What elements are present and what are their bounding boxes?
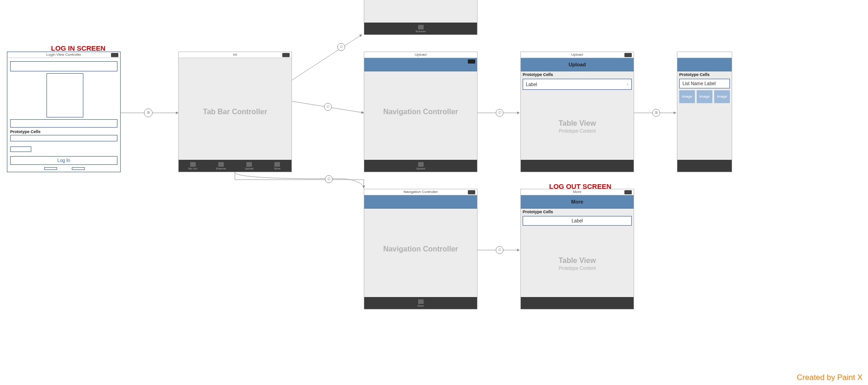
svg-text:⊞: ⊞	[655, 111, 658, 115]
storyboard-canvas[interactable]: ⊞ ∅ ∅ ∅ ∅ ⊞ ∅ LOG IN SCREEN LOG OUT SCRE…	[0, 0, 868, 385]
tab-bar	[521, 297, 634, 309]
tab-label: Scanner	[415, 30, 425, 33]
image-chip: Image	[679, 90, 695, 103]
scene-tabbar[interactable]: int Tab Bar Controller My List Scanner U…	[178, 52, 292, 172]
scene-title	[677, 52, 732, 58]
table-cell[interactable]: List Name Label	[679, 79, 730, 88]
upload-icon	[418, 162, 424, 167]
nav-bar: Upload	[521, 58, 634, 71]
controller-label: Table View Prototype Content	[521, 257, 634, 271]
controller-label: Navigation Controller	[364, 245, 477, 253]
chevron-right-icon: ›	[627, 81, 629, 88]
tab-item[interactable]: More	[263, 162, 291, 170]
tab-bar: Upload	[364, 160, 477, 172]
tab-bar	[677, 160, 732, 172]
svg-text:∅: ∅	[498, 111, 501, 115]
login-button[interactable]: Log In	[10, 156, 117, 165]
battery-icon	[282, 53, 290, 57]
tab-label: Upload	[416, 167, 425, 170]
tab-label: More	[418, 304, 424, 307]
prototype-header: Prototype Cells	[10, 129, 41, 134]
table-cell[interactable]: Label ›	[523, 79, 632, 90]
svg-text:⊞: ⊞	[147, 111, 150, 115]
scene-nav-more[interactable]: Navigation Controller Navigation Control…	[364, 189, 478, 309]
scene-title: More	[521, 189, 634, 195]
battery-icon	[468, 190, 475, 194]
tab-label: My List	[188, 167, 197, 170]
prototype-header: Prototype Cells	[677, 71, 732, 78]
prototype-header: Prototype Cells	[521, 71, 634, 78]
nav-bar: More	[521, 195, 634, 209]
svg-point-6	[325, 175, 332, 183]
table-view-label: Table View	[559, 119, 596, 127]
svg-point-12	[496, 246, 503, 254]
tab-bar: My List Scanner Upload More	[179, 160, 291, 172]
svg-point-10	[652, 109, 660, 117]
scene-title: Upload	[521, 52, 634, 58]
page-dot-2	[72, 167, 85, 170]
watermark: Created by Paint X	[797, 373, 862, 382]
svg-point-8	[496, 109, 503, 117]
scene-title: Navigation Controller	[364, 189, 477, 195]
svg-text:∅: ∅	[327, 177, 331, 181]
scene-nav-upload[interactable]: Upload Navigation Controller Upload	[364, 52, 478, 172]
title-text: Upload	[415, 52, 426, 57]
more-icon	[418, 299, 424, 304]
image-chips-row: ImageImageImage	[677, 89, 732, 104]
image-chip: Image	[714, 90, 730, 103]
controller-label: Navigation Controller	[364, 108, 477, 116]
svg-point-4	[324, 103, 332, 111]
title-text: int	[233, 52, 237, 57]
cell-label: Label	[571, 218, 583, 223]
login-field-top[interactable]	[10, 61, 117, 71]
login-proto-cell[interactable]	[10, 135, 117, 141]
svg-text:∅: ∅	[498, 248, 501, 252]
login-small-field[interactable]	[10, 146, 31, 152]
more-icon	[274, 162, 280, 167]
scene-table-more[interactable]: More More Prototype Cells Label Table Vi…	[520, 189, 634, 309]
login-image-box	[47, 73, 83, 117]
title-text: Login View Controller	[47, 52, 82, 57]
scene-title: int	[179, 52, 291, 58]
cell-label: List Name Label	[682, 81, 716, 86]
tab-bar: Scanner	[364, 23, 477, 35]
tab-label: Upload	[245, 167, 254, 170]
prototype-content-label: Prototype Content	[521, 266, 634, 271]
scene-table-upload[interactable]: Upload Upload Prototype Cells Label › Ta…	[520, 52, 634, 172]
annotation-login: LOG IN SCREEN	[37, 44, 120, 52]
login-field-2[interactable]	[10, 119, 117, 128]
svg-point-0	[144, 109, 152, 117]
title-text: Upload	[571, 52, 583, 57]
barcode-icon	[218, 162, 224, 167]
table-view-label: Table View	[559, 257, 596, 264]
battery-icon	[624, 53, 632, 57]
scene-partial-right[interactable]: Prototype Cells List Name Label ImageIma…	[677, 52, 732, 172]
list-icon	[190, 162, 196, 167]
tab-item[interactable]: Scanner	[207, 162, 235, 170]
prototype-header: Prototype Cells	[521, 209, 634, 215]
table-cell[interactable]: Label	[523, 216, 632, 226]
tab-bar	[521, 160, 634, 172]
tab-bar: More	[364, 297, 477, 309]
tab-item[interactable]: Upload	[364, 162, 477, 170]
scene-partial-top[interactable]: Scanner	[364, 0, 478, 35]
battery-icon	[111, 53, 118, 57]
svg-text:∅: ∅	[340, 45, 343, 49]
page-dot-1	[44, 167, 57, 170]
image-chip: Image	[697, 90, 712, 103]
scene-title: Upload	[364, 52, 477, 58]
barcode-icon	[418, 25, 424, 29]
tab-item[interactable]: More	[364, 299, 477, 307]
scene-title: Login View Controller	[7, 52, 120, 58]
nav-bar	[364, 58, 477, 71]
tab-item[interactable]: Scanner	[364, 25, 477, 33]
tab-item[interactable]: My List	[179, 162, 207, 170]
scene-login[interactable]: Login View Controller Prototype Cells Lo…	[7, 52, 121, 172]
svg-point-2	[338, 43, 345, 51]
cell-label: Label	[526, 82, 537, 87]
tab-label: Scanner	[216, 167, 226, 170]
controller-label: Table View Prototype Content	[521, 119, 634, 134]
title-text: Navigation Controller	[403, 190, 438, 194]
tab-item[interactable]: Upload	[235, 162, 263, 170]
prototype-content-label: Prototype Content	[521, 128, 634, 134]
